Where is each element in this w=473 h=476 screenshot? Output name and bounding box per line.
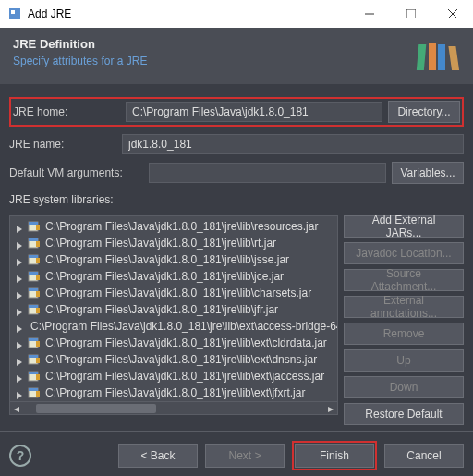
jre-home-input[interactable] xyxy=(126,102,382,122)
svg-marker-18 xyxy=(17,259,22,266)
svg-marker-38 xyxy=(17,342,22,349)
tree-node-label: C:\Program Files\Java\jdk1.8.0_181\jre\l… xyxy=(45,303,278,316)
expand-icon[interactable] xyxy=(16,239,23,247)
libraries-tree[interactable]: C:\Program Files\Java\jdk1.8.0_181\jre\l… xyxy=(9,215,338,415)
vm-args-label: Default VM arguments: xyxy=(9,166,143,179)
add-external-jars-button[interactable]: Add External JARs... xyxy=(344,215,464,238)
external-annotations-button[interactable]: External annotations... xyxy=(344,296,464,318)
svg-rect-1 xyxy=(11,10,15,14)
up-button[interactable]: Up xyxy=(344,349,464,372)
svg-rect-20 xyxy=(29,255,38,258)
minimize-button[interactable] xyxy=(348,0,390,28)
svg-rect-17 xyxy=(36,241,40,247)
vm-args-input[interactable] xyxy=(149,163,386,183)
tree-node[interactable]: C:\Program Files\Java\jdk1.8.0_181\jre\l… xyxy=(10,251,337,268)
tree-node[interactable]: C:\Program Files\Java\jdk1.8.0_181\jre\l… xyxy=(10,218,337,235)
svg-rect-8 xyxy=(438,44,445,70)
expand-icon[interactable] xyxy=(16,323,23,330)
tree-node-label: C:\Program Files\Java\jdk1.8.0_181\jre\l… xyxy=(30,320,338,333)
remove-button[interactable]: Remove xyxy=(344,323,464,345)
jar-icon xyxy=(27,336,42,349)
expand-icon[interactable] xyxy=(16,306,23,313)
jar-icon xyxy=(27,287,42,299)
javadoc-location-button[interactable]: Javadoc Location... xyxy=(344,242,464,264)
tree-node[interactable]: C:\Program Files\Java\jdk1.8.0_181\jre\l… xyxy=(10,268,337,285)
expand-icon[interactable] xyxy=(16,273,23,280)
svg-marker-46 xyxy=(17,375,22,383)
svg-rect-21 xyxy=(36,258,40,263)
tree-node[interactable]: C:\Program Files\Java\jdk1.8.0_181\jre\l… xyxy=(10,318,337,335)
titlebar: Add JRE xyxy=(0,0,473,28)
tree-node-label: C:\Program Files\Java\jdk1.8.0_181\jre\l… xyxy=(45,270,284,283)
svg-rect-24 xyxy=(29,272,38,275)
scroll-left-icon[interactable]: ◂ xyxy=(10,402,23,415)
svg-rect-3 xyxy=(406,9,416,18)
expand-icon[interactable] xyxy=(16,389,23,397)
tree-node-label: C:\Program Files\Java\jdk1.8.0_181\jre\l… xyxy=(45,370,324,383)
jar-icon xyxy=(27,270,42,283)
scroll-right-icon[interactable]: ▸ xyxy=(324,402,337,415)
tree-node[interactable]: C:\Program Files\Java\jdk1.8.0_181\jre\l… xyxy=(10,384,337,401)
system-libs-label: JRE system libraries: xyxy=(9,193,464,206)
jre-name-input[interactable] xyxy=(122,134,464,154)
svg-rect-40 xyxy=(29,338,38,341)
svg-rect-16 xyxy=(29,238,38,241)
jre-home-highlight: JRE home: Directory... xyxy=(9,97,464,127)
svg-rect-9 xyxy=(448,46,459,70)
tree-node-label: C:\Program Files\Java\jdk1.8.0_181\jre\l… xyxy=(45,287,311,299)
svg-marker-42 xyxy=(17,359,22,366)
tree-node[interactable]: C:\Program Files\Java\jdk1.8.0_181\jre\l… xyxy=(10,335,337,351)
svg-rect-6 xyxy=(417,44,426,70)
svg-rect-48 xyxy=(29,372,38,374)
cancel-button[interactable]: Cancel xyxy=(384,444,464,468)
finish-button[interactable]: Finish xyxy=(295,444,374,468)
expand-icon[interactable] xyxy=(16,256,23,263)
svg-rect-25 xyxy=(36,275,40,280)
next-button[interactable]: Next > xyxy=(205,444,285,468)
svg-rect-49 xyxy=(36,374,40,380)
page-title: JRE Definition xyxy=(13,37,416,51)
restore-default-button[interactable]: Restore Default xyxy=(344,403,464,425)
page-subtitle: Specify attributes for a JRE xyxy=(13,55,416,67)
back-button[interactable]: < Back xyxy=(118,444,198,468)
jar-icon xyxy=(27,253,42,266)
variables-button[interactable]: Variables... xyxy=(392,162,464,184)
scroll-thumb[interactable] xyxy=(36,404,156,413)
down-button[interactable]: Down xyxy=(344,376,464,398)
expand-icon[interactable] xyxy=(16,339,23,347)
svg-marker-22 xyxy=(17,275,22,283)
jar-icon xyxy=(27,386,42,399)
books-icon xyxy=(416,37,460,77)
horizontal-scrollbar[interactable]: ◂ ▸ xyxy=(10,401,337,414)
svg-rect-29 xyxy=(36,291,40,297)
close-button[interactable] xyxy=(431,0,473,28)
tree-node-label: C:\Program Files\Java\jdk1.8.0_181\jre\l… xyxy=(45,220,318,233)
expand-icon[interactable] xyxy=(16,356,23,363)
svg-rect-7 xyxy=(429,43,436,70)
tree-node[interactable]: C:\Program Files\Java\jdk1.8.0_181\jre\l… xyxy=(10,368,337,384)
jar-icon xyxy=(27,220,42,233)
svg-marker-34 xyxy=(17,325,22,333)
tree-node[interactable]: C:\Program Files\Java\jdk1.8.0_181\jre\l… xyxy=(10,351,337,368)
wizard-header: JRE Definition Specify attributes for a … xyxy=(0,28,473,84)
tree-node[interactable]: C:\Program Files\Java\jdk1.8.0_181\jre\l… xyxy=(10,301,337,318)
finish-highlight: Finish xyxy=(292,441,377,470)
svg-rect-33 xyxy=(36,308,40,313)
source-attachment-button[interactable]: Source Attachment... xyxy=(344,269,464,291)
svg-rect-12 xyxy=(29,222,38,225)
svg-rect-44 xyxy=(29,355,38,358)
directory-button[interactable]: Directory... xyxy=(388,101,460,123)
tree-node[interactable]: C:\Program Files\Java\jdk1.8.0_181\jre\l… xyxy=(10,285,337,301)
svg-marker-50 xyxy=(17,392,22,399)
help-icon[interactable]: ? xyxy=(9,445,31,467)
svg-rect-13 xyxy=(36,225,40,230)
jar-icon xyxy=(27,237,42,250)
expand-icon[interactable] xyxy=(16,289,23,297)
jre-home-label: JRE home: xyxy=(13,105,120,118)
tree-node[interactable]: C:\Program Files\Java\jdk1.8.0_181\jre\l… xyxy=(10,235,337,251)
app-icon xyxy=(7,6,22,21)
maximize-button[interactable] xyxy=(390,0,431,28)
expand-icon[interactable] xyxy=(16,223,23,230)
expand-icon[interactable] xyxy=(16,372,23,380)
svg-rect-28 xyxy=(29,288,38,291)
